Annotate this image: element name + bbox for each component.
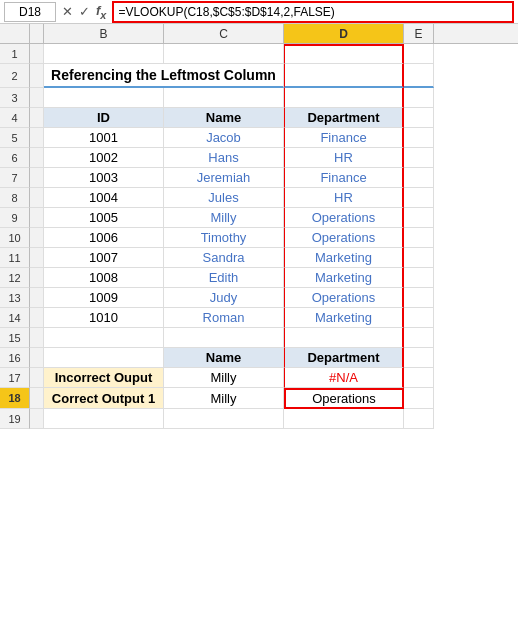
cell-b1[interactable] <box>44 44 164 64</box>
cell-e12[interactable] <box>404 268 434 288</box>
cell-b2-title[interactable]: Referencing the Leftmost Column <box>44 64 284 88</box>
confirm-icon[interactable]: ✓ <box>77 4 92 19</box>
cell-d5[interactable]: Finance <box>284 128 404 148</box>
cell-e17[interactable] <box>404 368 434 388</box>
cell-e3[interactable] <box>404 88 434 108</box>
cell-e9[interactable] <box>404 208 434 228</box>
col-header-b[interactable]: B <box>44 24 164 43</box>
cell-d16-dept[interactable]: Department <box>284 348 404 368</box>
cell-d18-result[interactable]: Operations <box>284 388 404 409</box>
col-header-c[interactable]: C <box>164 24 284 43</box>
cell-e4[interactable] <box>404 108 434 128</box>
cell-c16-name[interactable]: Name <box>164 348 284 368</box>
cell-c14[interactable]: Roman <box>164 308 284 328</box>
cell-b12[interactable]: 1008 <box>44 268 164 288</box>
cell-e8[interactable] <box>404 188 434 208</box>
row-1-num: 1 <box>0 44 30 64</box>
cell-b9[interactable]: 1005 <box>44 208 164 228</box>
cell-e2[interactable] <box>404 64 434 88</box>
cancel-icon[interactable]: ✕ <box>60 4 75 19</box>
cell-b7[interactable]: 1003 <box>44 168 164 188</box>
cell-e6[interactable] <box>404 148 434 168</box>
cell-b6[interactable]: 1002 <box>44 148 164 168</box>
cell-e10[interactable] <box>404 228 434 248</box>
cell-c8[interactable]: Jules <box>164 188 284 208</box>
cell-d8[interactable]: HR <box>284 188 404 208</box>
row-12-num: 12 <box>0 268 30 288</box>
cell-c5[interactable]: Jacob <box>164 128 284 148</box>
cell-e18[interactable] <box>404 388 434 409</box>
cell-e14[interactable] <box>404 308 434 328</box>
cell-b17-label[interactable]: Incorrect Ouput <box>44 368 164 388</box>
cell-b16[interactable] <box>44 348 164 368</box>
cell-d2[interactable] <box>284 64 404 88</box>
cell-b10[interactable]: 1006 <box>44 228 164 248</box>
cell-d10[interactable]: Operations <box>284 228 404 248</box>
cell-d14[interactable]: Marketing <box>284 308 404 328</box>
cell-e13[interactable] <box>404 288 434 308</box>
cell-c1[interactable] <box>164 44 284 64</box>
cell-d11[interactable]: Marketing <box>284 248 404 268</box>
cell-e19[interactable] <box>404 409 434 429</box>
cell-d7[interactable]: Finance <box>284 168 404 188</box>
cell-b11[interactable]: 1007 <box>44 248 164 268</box>
cell-e7[interactable] <box>404 168 434 188</box>
row-12-spacer <box>30 268 44 288</box>
cell-reference-box[interactable]: D18 <box>4 2 56 22</box>
row-16-num: 16 <box>0 348 30 368</box>
cell-b4-id[interactable]: ID <box>44 108 164 128</box>
cell-c7[interactable]: Jeremiah <box>164 168 284 188</box>
cell-b3[interactable] <box>44 88 164 108</box>
row-17-num: 17 <box>0 368 30 388</box>
cell-e15[interactable] <box>404 328 434 348</box>
row-10-spacer <box>30 228 44 248</box>
cell-b18-label[interactable]: Correct Output 1 <box>44 388 164 409</box>
row-15-num: 15 <box>0 328 30 348</box>
cell-d6[interactable]: HR <box>284 148 404 168</box>
col-header-d[interactable]: D <box>284 24 404 43</box>
cell-e5[interactable] <box>404 128 434 148</box>
cell-e11[interactable] <box>404 248 434 268</box>
cell-c18-value[interactable]: Milly <box>164 388 284 409</box>
cell-c11[interactable]: Sandra <box>164 248 284 268</box>
row-15-spacer <box>30 328 44 348</box>
cell-d4-dept[interactable]: Department <box>284 108 404 128</box>
cell-d1[interactable] <box>284 44 404 64</box>
cell-b8[interactable]: 1004 <box>44 188 164 208</box>
cell-c13[interactable]: Judy <box>164 288 284 308</box>
cell-d3[interactable] <box>284 88 404 108</box>
cell-e16[interactable] <box>404 348 434 368</box>
cell-c15[interactable] <box>164 328 284 348</box>
cell-b5[interactable]: 1001 <box>44 128 164 148</box>
cell-c19[interactable] <box>164 409 284 429</box>
cell-d13[interactable]: Operations <box>284 288 404 308</box>
cell-b19[interactable] <box>44 409 164 429</box>
formula-input[interactable]: =VLOOKUP(C18,$C$5:$D$14,2,FALSE) <box>112 1 514 23</box>
cell-c6[interactable]: Hans <box>164 148 284 168</box>
cell-e1[interactable] <box>404 44 434 64</box>
row-13-num: 13 <box>0 288 30 308</box>
row-14-spacer <box>30 308 44 328</box>
col-header-e[interactable]: E <box>404 24 434 43</box>
cell-d15[interactable] <box>284 328 404 348</box>
cell-c4-name[interactable]: Name <box>164 108 284 128</box>
row-16-spacer <box>30 348 44 368</box>
col-header-spacer <box>30 24 44 43</box>
cell-d17-value[interactable]: #N/A <box>284 368 404 388</box>
row-18-spacer <box>30 388 44 409</box>
cell-b15[interactable] <box>44 328 164 348</box>
cell-c9[interactable]: Milly <box>164 208 284 228</box>
cell-c10[interactable]: Timothy <box>164 228 284 248</box>
row-6-num: 6 <box>0 148 30 168</box>
cell-b13[interactable]: 1009 <box>44 288 164 308</box>
cell-c12[interactable]: Edith <box>164 268 284 288</box>
function-icon[interactable]: fx <box>94 3 108 21</box>
cell-b14[interactable]: 1010 <box>44 308 164 328</box>
row-2-spacer <box>30 64 44 88</box>
row-7-num: 7 <box>0 168 30 188</box>
cell-d9[interactable]: Operations <box>284 208 404 228</box>
cell-c3[interactable] <box>164 88 284 108</box>
cell-d12[interactable]: Marketing <box>284 268 404 288</box>
cell-d19[interactable] <box>284 409 404 429</box>
cell-c17-value[interactable]: Milly <box>164 368 284 388</box>
